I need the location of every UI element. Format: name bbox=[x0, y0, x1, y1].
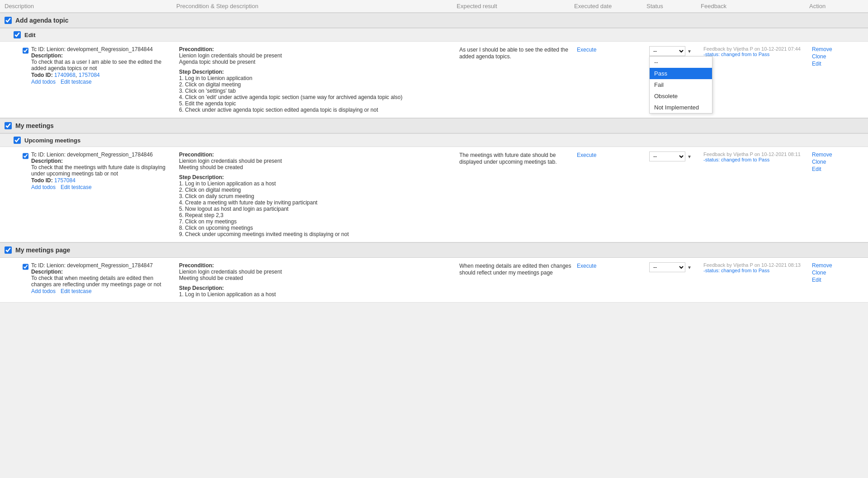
execute-link-tc1[interactable]: Execute bbox=[577, 47, 596, 53]
col-status: Status bbox=[646, 3, 701, 9]
action-links-tc3: RemoveCloneEdit bbox=[812, 262, 861, 283]
feedback-cell-tc2: Feedback by Vijetha P on 10-12-2021 08:1… bbox=[701, 151, 809, 162]
test-checkbox-tc1[interactable] bbox=[23, 47, 28, 54]
feedback-status-tc1: -status: changed from to Pass bbox=[703, 52, 807, 57]
subsection-row-upcoming-meetings: Upcoming meetings bbox=[0, 133, 868, 147]
todo-actions-tc3: Add todos Edit testcase bbox=[31, 288, 174, 294]
status-row-tc3: --PassFailObsoleteNot Implemented ▼ bbox=[649, 262, 698, 272]
action-cell-tc2: RemoveCloneEdit bbox=[809, 151, 863, 172]
step-text-tc1: 1. Log in to Lienion application2. Click… bbox=[179, 75, 454, 113]
feedback-text-tc3: Feedback by Vijetha P on 10-12-2021 08:1… bbox=[703, 262, 807, 268]
table-header: Description Precondition & Step descript… bbox=[0, 0, 868, 13]
todo-link-1757084[interactable]: 1757084 bbox=[79, 72, 100, 78]
dropdown-option-obsolete[interactable]: Obsolete bbox=[650, 90, 712, 102]
status-dropdown-container: --PassFailObsoleteNot Implemented ▼ --Pa… bbox=[649, 46, 692, 56]
action-remove-tc1[interactable]: Remove bbox=[812, 46, 861, 52]
status-cell-tc2: --PassFailObsoleteNot Implemented ▼ bbox=[646, 151, 701, 161]
col-feedback: Feedback bbox=[701, 3, 809, 9]
feedback-cell-tc1: Feedback by Vijetha P on 10-12-2021 07:4… bbox=[701, 46, 809, 57]
section-label-my-meetings: My meetings bbox=[15, 122, 54, 129]
todo-row-tc1: Todo ID: 1740968, 1757084 bbox=[31, 71, 174, 78]
section-label-my-meetings-page: My meetings page bbox=[15, 246, 70, 254]
add-todos-link-tc3[interactable]: Add todos bbox=[31, 288, 56, 294]
action-clone-tc1[interactable]: Clone bbox=[812, 53, 861, 60]
subsection-label-edit: Edit bbox=[24, 32, 36, 38]
col-precondition: Precondition & Step description bbox=[176, 3, 457, 9]
status-select-tc3[interactable]: --PassFailObsoleteNot Implemented bbox=[649, 262, 685, 272]
section-row-add-agenda: Add agenda topic bbox=[0, 13, 868, 28]
subsection-row-edit: Edit bbox=[0, 28, 868, 42]
tc-id-tc3: Tc ID: Lienion: development_Regression_1… bbox=[31, 262, 174, 269]
precond-text-tc1: Lienion login credentials should be pres… bbox=[179, 52, 454, 65]
feedback-text-tc2: Feedback by Vijetha P on 10-12-2021 08:1… bbox=[703, 151, 807, 157]
test-checkbox-tc2[interactable] bbox=[23, 152, 28, 160]
dropdown-menu-tc1: --PassFailObsoleteNot Implemented bbox=[649, 56, 712, 114]
status-select-tc1[interactable]: --PassFailObsoleteNot Implemented bbox=[649, 46, 685, 56]
execute-link-tc3[interactable]: Execute bbox=[577, 263, 596, 269]
section-checkbox-add-agenda[interactable] bbox=[5, 17, 12, 24]
dropdown-option-fail[interactable]: Fail bbox=[650, 79, 712, 90]
todo-link-1757084[interactable]: 1757084 bbox=[54, 177, 75, 184]
col-expected: Expected result bbox=[457, 3, 574, 9]
tc-id-tc2: Tc ID: Lienion: development_Regression_1… bbox=[31, 151, 174, 158]
feedback-text-tc1: Feedback by Vijetha P on 10-12-2021 07:4… bbox=[703, 46, 807, 52]
add-todos-link-tc1[interactable]: Add todos bbox=[31, 79, 56, 85]
step-label-tc2: Step Description: bbox=[179, 174, 454, 180]
action-edit-tc2[interactable]: Edit bbox=[812, 166, 861, 172]
feedback-status-tc2: -status: changed from to Pass bbox=[703, 157, 807, 162]
action-clone-tc2[interactable]: Clone bbox=[812, 159, 861, 165]
precond-cell-tc1: Precondition: Lienion login credentials … bbox=[176, 46, 457, 113]
section-row-my-meetings-page: My meetings page bbox=[0, 242, 868, 258]
todo-actions-tc1: Add todos Edit testcase bbox=[31, 78, 174, 85]
precond-text-tc3: Lienion login credentials should be pres… bbox=[179, 269, 454, 281]
add-todos-link-tc2[interactable]: Add todos bbox=[31, 184, 56, 190]
status-select-tc2[interactable]: --PassFailObsoleteNot Implemented bbox=[649, 151, 685, 161]
step-text-tc3: 1. Log in to Lienion application as a ho… bbox=[179, 291, 454, 298]
action-edit-tc1[interactable]: Edit bbox=[812, 61, 861, 67]
col-description: Description bbox=[5, 3, 176, 9]
expected-cell-tc2: The meetings with future date should be … bbox=[457, 151, 574, 165]
dropdown-arrow-tc3[interactable]: ▼ bbox=[687, 265, 692, 270]
edit-testcase-link-tc1[interactable]: Edit testcase bbox=[61, 79, 92, 85]
precond-text-tc2: Lienion login credentials should be pres… bbox=[179, 158, 454, 170]
todo-label-tc1: Todo ID: bbox=[31, 72, 54, 78]
dropdown-option-not-implemented[interactable]: Not Implemented bbox=[650, 102, 712, 113]
section-checkbox-my-meetings-page[interactable] bbox=[5, 246, 12, 254]
edit-testcase-link-tc3[interactable]: Edit testcase bbox=[61, 288, 92, 294]
subsection-checkbox-upcoming-meetings[interactable] bbox=[14, 137, 21, 144]
edit-testcase-link-tc2[interactable]: Edit testcase bbox=[61, 184, 92, 190]
feedback-status-tc3: -status: changed from to Pass bbox=[703, 268, 807, 273]
precond-label-tc2: Precondition: bbox=[179, 151, 454, 158]
subsection-checkbox-edit[interactable] bbox=[14, 31, 21, 38]
dropdown-option---[interactable]: -- bbox=[650, 57, 712, 68]
precond-label-tc1: Precondition: bbox=[179, 46, 454, 52]
expected-cell-tc1: As user I should be able to see the edit… bbox=[457, 46, 574, 60]
step-label-tc3: Step Description: bbox=[179, 285, 454, 291]
todo-label-tc2: Todo ID: bbox=[31, 177, 54, 184]
todo-link-1740968[interactable]: 1740968 bbox=[54, 72, 75, 78]
execute-cell-tc2: Execute bbox=[574, 151, 646, 158]
action-remove-tc2[interactable]: Remove bbox=[812, 151, 861, 158]
subsection-label-upcoming-meetings: Upcoming meetings bbox=[24, 137, 80, 144]
expected-text-tc2: The meetings with future date should be … bbox=[459, 152, 557, 165]
action-edit-tc3[interactable]: Edit bbox=[812, 277, 861, 283]
dropdown-arrow-tc1[interactable]: ▼ bbox=[687, 49, 692, 54]
expected-text-tc1: As user I should be able to see the edit… bbox=[459, 47, 568, 60]
col-action: Action bbox=[809, 3, 863, 9]
step-label-tc1: Step Description: bbox=[179, 69, 454, 75]
action-cell-tc1: RemoveCloneEdit bbox=[809, 46, 863, 67]
desc-text-tc2: To check that the meetings with future d… bbox=[31, 164, 174, 177]
action-clone-tc3[interactable]: Clone bbox=[812, 270, 861, 276]
section-label-add-agenda: Add agenda topic bbox=[15, 17, 68, 24]
test-checkbox-tc3[interactable] bbox=[23, 263, 28, 270]
main-content: Add agenda topic Edit Tc ID: Lienion: de… bbox=[0, 13, 868, 303]
dropdown-option-pass[interactable]: Pass bbox=[650, 68, 712, 79]
dropdown-arrow-tc2[interactable]: ▼ bbox=[687, 154, 692, 159]
section-checkbox-my-meetings[interactable] bbox=[5, 122, 12, 129]
action-links-tc2: RemoveCloneEdit bbox=[812, 151, 861, 172]
execute-link-tc2[interactable]: Execute bbox=[577, 152, 596, 158]
section-row-my-meetings: My meetings bbox=[0, 118, 868, 133]
action-remove-tc3[interactable]: Remove bbox=[812, 262, 861, 269]
precond-cell-tc3: Precondition: Lienion login credentials … bbox=[176, 262, 457, 298]
description-cell-tc1: Tc ID: Lienion: development_Regression_1… bbox=[5, 46, 176, 85]
